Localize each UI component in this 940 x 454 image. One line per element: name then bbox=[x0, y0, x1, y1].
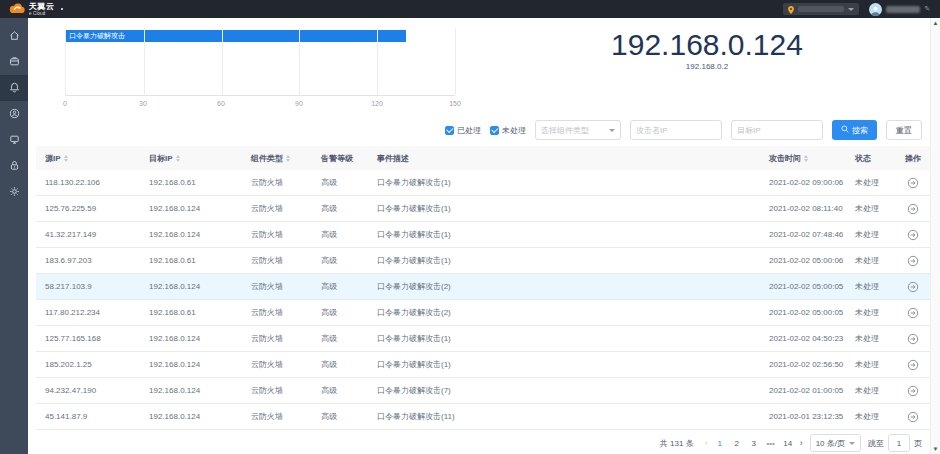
avatar bbox=[869, 3, 882, 16]
column-header-6: 状态 bbox=[846, 153, 896, 164]
chart-tick-label: 60 bbox=[217, 100, 225, 107]
scroll-up-icon[interactable]: ▲ bbox=[933, 20, 939, 26]
chart-bar-label: 口令暴力破解攻击 bbox=[66, 31, 125, 41]
cell-target-ip: 192.168.0.61 bbox=[140, 178, 242, 187]
search-button[interactable]: 搜索 bbox=[832, 120, 877, 140]
user-icon bbox=[9, 105, 20, 123]
page-button-3[interactable]: 3 bbox=[749, 439, 759, 448]
detail-button[interactable] bbox=[907, 255, 919, 267]
attacker-ip-input[interactable] bbox=[630, 120, 722, 140]
page-button-14[interactable]: 14 bbox=[783, 439, 793, 448]
column-header-2[interactable]: 组件类型 bbox=[242, 153, 312, 164]
table-body: 118.130.22.106 192.168.0.61 云防火墙 高级 口令暴力… bbox=[36, 170, 930, 430]
target-ip-input[interactable] bbox=[731, 120, 823, 140]
cell-component: 云防火墙 bbox=[242, 255, 312, 266]
detail-button[interactable] bbox=[907, 333, 919, 345]
secondary-target-ip[interactable]: 192.168.0.2 bbox=[686, 62, 728, 71]
page-size-select[interactable]: 10 条/页 bbox=[810, 434, 861, 452]
cell-source-ip: 94.232.47.190 bbox=[36, 386, 140, 395]
cell-component: 云防火墙 bbox=[242, 281, 312, 292]
sidebar-item-home[interactable] bbox=[0, 23, 28, 49]
cell-target-ip: 192.168.0.124 bbox=[140, 204, 242, 213]
unprocessed-checkbox[interactable]: 未处理 bbox=[490, 125, 526, 136]
cell-event: 口令暴力破解攻击(11) bbox=[368, 411, 760, 422]
cell-level: 高级 bbox=[312, 359, 368, 370]
cell-target-ip: 192.168.0.124 bbox=[140, 282, 242, 291]
cell-level: 高级 bbox=[312, 307, 368, 318]
brand-dot bbox=[61, 8, 63, 10]
table-row: 58.217.103.9 192.168.0.124 云防火墙 高级 口令暴力破… bbox=[36, 274, 930, 300]
cell-status: 未处理 bbox=[846, 411, 896, 422]
primary-target-ip[interactable]: 192.168.0.124 bbox=[611, 28, 803, 61]
brand-logo[interactable]: 天翼云 e Cloud bbox=[8, 0, 63, 18]
cell-event: 口令暴力破解攻击(1) bbox=[368, 255, 760, 266]
chart-gridline bbox=[222, 28, 223, 95]
cell-target-ip: 192.168.0.124 bbox=[140, 386, 242, 395]
detail-button[interactable] bbox=[907, 359, 919, 371]
sidebar-item-assets[interactable] bbox=[0, 49, 28, 75]
cell-status: 未处理 bbox=[846, 255, 896, 266]
table-header: 源IP目标IP组件类型告警等级事件描述攻击时间状态操作 bbox=[36, 146, 930, 170]
cell-time: 2021-02-02 05:00:06 bbox=[760, 256, 846, 265]
sort-icon[interactable] bbox=[176, 155, 180, 162]
column-label: 组件类型 bbox=[251, 153, 283, 164]
edit-icon[interactable]: ✎ bbox=[924, 5, 930, 13]
cell-level: 高级 bbox=[312, 177, 368, 188]
scroll-down-icon[interactable]: ▼ bbox=[933, 446, 939, 452]
jump-page-input[interactable] bbox=[888, 434, 910, 452]
column-label: 事件描述 bbox=[377, 153, 409, 164]
vertical-scrollbar[interactable]: ▲ ▼ bbox=[930, 18, 940, 454]
cell-status: 未处理 bbox=[846, 359, 896, 370]
search-label: 搜索 bbox=[852, 125, 868, 136]
pagination: 共 131 条 123•••14 10 条/页 跳至 页 bbox=[28, 433, 922, 453]
detail-button[interactable] bbox=[907, 281, 919, 293]
attack-type-chart: 口令暴力破解攻击 0306090120150 bbox=[36, 22, 478, 112]
sidebar-item-monitor[interactable] bbox=[0, 127, 28, 153]
events-table: 源IP目标IP组件类型告警等级事件描述攻击时间状态操作 118.130.22.1… bbox=[36, 146, 930, 430]
cell-event: 口令暴力破解攻击(7) bbox=[368, 385, 760, 396]
cell-source-ip: 125.77.165.168 bbox=[36, 334, 140, 343]
cell-time: 2021-02-02 09:00:06 bbox=[760, 178, 846, 187]
detail-button[interactable] bbox=[907, 177, 919, 189]
sidebar-item-alerts[interactable] bbox=[0, 75, 28, 101]
detail-button[interactable] bbox=[907, 411, 919, 423]
column-header-0[interactable]: 源IP bbox=[36, 153, 140, 164]
cell-component: 云防火墙 bbox=[242, 177, 312, 188]
brand-subtitle: e Cloud bbox=[29, 11, 53, 16]
detail-button[interactable] bbox=[907, 229, 919, 241]
monitor-icon bbox=[9, 131, 20, 149]
chevron-down-icon bbox=[609, 129, 615, 132]
cell-status: 未处理 bbox=[846, 307, 896, 318]
sidebar-item-security[interactable] bbox=[0, 153, 28, 179]
navbar-right: ✎ bbox=[783, 3, 930, 16]
region-selector[interactable] bbox=[783, 3, 859, 15]
next-page-button[interactable] bbox=[800, 439, 803, 448]
cell-time: 2021-02-01 23:12:35 bbox=[760, 412, 846, 421]
column-header-1[interactable]: 目标IP bbox=[140, 153, 242, 164]
detail-button[interactable] bbox=[907, 385, 919, 397]
cell-time: 2021-02-02 01:00:05 bbox=[760, 386, 846, 395]
reset-button[interactable]: 重置 bbox=[886, 120, 922, 140]
detail-button[interactable] bbox=[907, 307, 919, 319]
column-header-5[interactable]: 攻击时间 bbox=[760, 153, 846, 164]
component-type-select[interactable]: 选择组件类型 bbox=[535, 120, 621, 140]
cell-level: 高级 bbox=[312, 203, 368, 214]
processed-checkbox[interactable]: 已处理 bbox=[445, 125, 481, 136]
user-menu[interactable]: ✎ bbox=[869, 3, 930, 16]
detail-button[interactable] bbox=[907, 203, 919, 215]
sort-icon[interactable] bbox=[286, 155, 290, 162]
prev-page-button[interactable] bbox=[705, 439, 708, 448]
sidebar-item-settings[interactable] bbox=[0, 179, 28, 205]
sidebar-item-account[interactable] bbox=[0, 101, 28, 127]
cell-source-ip: 185.202.1.25 bbox=[36, 360, 140, 369]
chart-tick-label: 120 bbox=[371, 100, 383, 107]
cell-event: 口令暴力破解攻击(1) bbox=[368, 229, 760, 240]
chart-bar[interactable]: 口令暴力破解攻击 bbox=[66, 30, 406, 42]
cell-component: 云防火墙 bbox=[242, 359, 312, 370]
chart-plot: 口令暴力破解攻击 bbox=[65, 28, 455, 96]
page-button-1[interactable]: 1 bbox=[715, 439, 725, 448]
sort-icon[interactable] bbox=[64, 155, 68, 162]
page-button-2[interactable]: 2 bbox=[732, 439, 742, 448]
cell-component: 云防火墙 bbox=[242, 333, 312, 344]
sort-icon[interactable] bbox=[804, 155, 808, 162]
